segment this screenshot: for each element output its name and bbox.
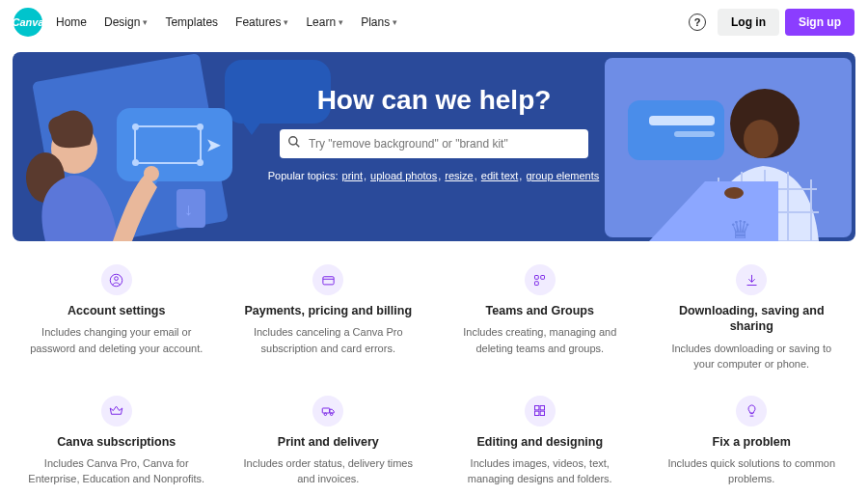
download-icon — [736, 264, 767, 295]
svg-rect-15 — [322, 408, 330, 413]
help-icon[interactable]: ? — [689, 14, 706, 31]
user-circle-icon — [101, 264, 132, 295]
main-nav: HomeDesign▾TemplatesFeatures▾Learn▾Plans… — [56, 15, 397, 29]
svg-line-7 — [296, 144, 300, 148]
search-icon — [287, 135, 301, 151]
credit-card-icon — [312, 264, 343, 295]
popular-label: Popular topics: — [268, 170, 339, 181]
svg-rect-10 — [323, 276, 334, 284]
topic-desc: Includes Canva Pro, Canva for Enterprise… — [27, 455, 206, 487]
popular-link-edit-text[interactable]: edit text — [481, 170, 519, 181]
topic-payments[interactable]: Payments, pricing and billingIncludes ca… — [231, 264, 426, 372]
svg-point-16 — [324, 413, 327, 416]
hero-title: How can we help? — [13, 85, 855, 116]
topic-desc: Includes order status, delivery times an… — [239, 455, 419, 487]
topic-desc: Includes creating, managing and deleting… — [450, 324, 630, 356]
svg-rect-13 — [541, 275, 545, 279]
nav-home[interactable]: Home — [56, 15, 87, 29]
popular-link-print[interactable]: print — [342, 170, 363, 181]
popular-link-resize[interactable]: resize — [445, 170, 473, 181]
search-wrap — [280, 129, 588, 158]
popular-link-group-elements[interactable]: group elements — [526, 170, 599, 181]
truck-icon — [312, 396, 343, 426]
svg-rect-19 — [540, 406, 544, 410]
topic-title: Downloading, saving and sharing — [663, 303, 842, 335]
topic-title: Account settings — [27, 303, 206, 318]
download-arrow-icon: ↓ — [184, 200, 193, 220]
svg-rect-12 — [535, 275, 539, 279]
crown-icon: ♛ — [729, 215, 751, 241]
teams-icon — [525, 264, 556, 295]
chevron-down-icon: ▾ — [143, 17, 148, 27]
top-nav: Canva HomeDesign▾TemplatesFeatures▾Learn… — [0, 0, 868, 44]
crown-icon — [101, 396, 132, 426]
nav-design[interactable]: Design▾ — [104, 15, 148, 29]
nav-plans[interactable]: Plans▾ — [361, 15, 397, 29]
chevron-down-icon: ▾ — [339, 17, 343, 27]
topic-subscriptions[interactable]: Canva subscriptionsIncludes Canva Pro, C… — [19, 396, 214, 487]
chevron-down-icon: ▾ — [393, 17, 397, 27]
topic-title: Payments, pricing and billing — [239, 303, 419, 318]
topic-desc: Includes downloading or saving to your c… — [663, 341, 842, 372]
topic-desc: Includes images, videos, text, managing … — [450, 455, 630, 487]
topic-desc: Includes changing your email or password… — [27, 324, 206, 356]
svg-point-17 — [330, 413, 333, 416]
popular-topics: Popular topics: print, upload photos, re… — [13, 170, 855, 181]
svg-rect-18 — [535, 406, 539, 410]
popular-link-upload-photos[interactable]: upload photos — [370, 170, 437, 181]
svg-rect-20 — [535, 411, 539, 415]
topic-title: Print and delivery — [239, 434, 419, 450]
topic-fix-problem[interactable]: Fix a problemIncludes quick solutions to… — [655, 396, 850, 487]
hero: ➤ ↓ ♛ How can we help? Popular topics: p… — [13, 52, 855, 241]
topic-desc: Includes canceling a Canva Pro subscript… — [239, 324, 419, 356]
nav-learn[interactable]: Learn▾ — [306, 15, 343, 29]
topic-title: Fix a problem — [663, 434, 842, 450]
nav-templates[interactable]: Templates — [165, 15, 218, 29]
topic-title: Teams and Groups — [450, 303, 630, 318]
svg-rect-14 — [535, 281, 539, 285]
topic-downloading[interactable]: Downloading, saving and sharingIncludes … — [655, 264, 850, 372]
lightbulb-icon — [736, 396, 767, 426]
topic-desc: Includes quick solutions to common probl… — [663, 455, 842, 487]
topic-account-settings[interactable]: Account settingsIncludes changing your e… — [19, 264, 214, 372]
topic-title: Canva subscriptions — [27, 434, 206, 450]
svg-point-9 — [115, 276, 119, 280]
nav-features[interactable]: Features▾ — [235, 15, 288, 29]
topic-teams-groups[interactable]: Teams and GroupsIncludes creating, manag… — [443, 264, 637, 372]
topic-print-delivery[interactable]: Print and deliveryIncludes order status,… — [231, 396, 426, 487]
topic-title: Editing and designing — [450, 434, 630, 450]
svg-point-6 — [289, 137, 297, 145]
topic-editing-designing[interactable]: Editing and designingIncludes images, vi… — [443, 396, 637, 487]
signup-button[interactable]: Sign up — [785, 9, 854, 36]
login-button[interactable]: Log in — [718, 9, 779, 36]
grid-icon — [525, 396, 556, 426]
brand-logo[interactable]: Canva — [14, 8, 42, 37]
chevron-down-icon: ▾ — [284, 17, 288, 27]
svg-point-5 — [724, 187, 744, 199]
help-topics-grid: Account settingsIncludes changing your e… — [19, 264, 849, 487]
search-input[interactable] — [280, 129, 588, 158]
svg-rect-21 — [540, 411, 544, 415]
